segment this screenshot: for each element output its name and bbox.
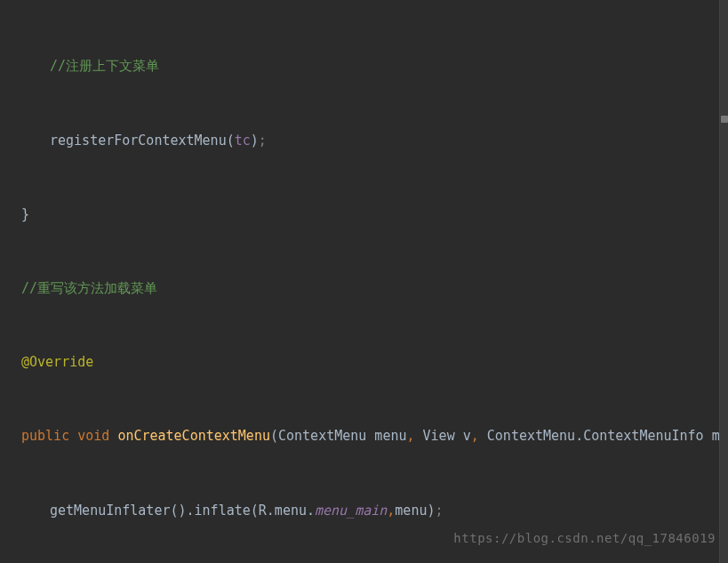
annotation: @Override xyxy=(21,350,93,375)
comment: //注册上下文菜单 xyxy=(50,54,159,79)
code-line: getMenuInflater().inflate(R.menu.menu_ma… xyxy=(0,499,728,524)
method-call: registerForContextMenu xyxy=(50,129,227,154)
code-line: registerForContextMenu(tc); xyxy=(0,129,728,154)
code-editor[interactable]: //注册上下文菜单 registerForContextMenu(tc); } … xyxy=(0,0,728,563)
code-line: //注册上下文菜单 xyxy=(0,55,728,80)
code-line: //重写该方法加载菜单 xyxy=(0,277,728,302)
code-line: public void onCreateContextMenu(ContextM… xyxy=(0,424,728,449)
code-line: } xyxy=(0,203,728,228)
code-line: @Override xyxy=(0,350,728,375)
watermark-text: https://blog.csdn.net/qq_17846019 xyxy=(453,527,716,551)
comment: //重写该方法加载菜单 xyxy=(21,277,157,302)
scroll-thumb[interactable] xyxy=(721,116,728,123)
vertical-scrollbar[interactable] xyxy=(719,0,728,563)
method-name: onCreateContextMenu xyxy=(117,424,270,449)
